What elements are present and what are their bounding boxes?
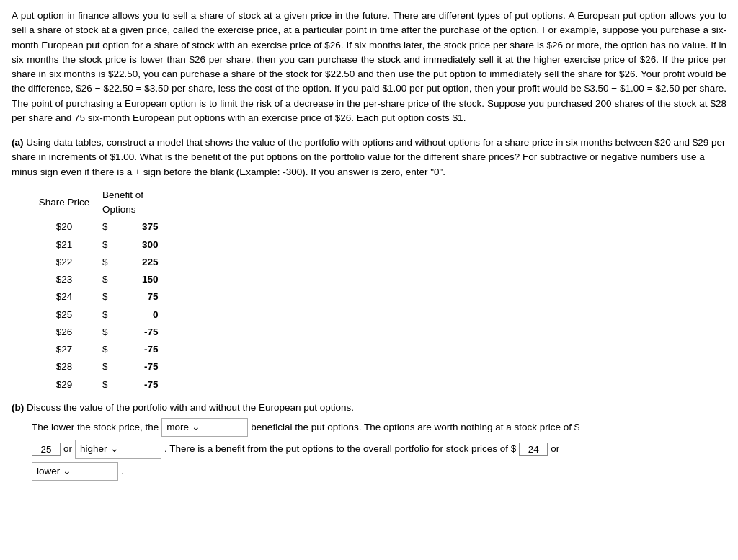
price-cell: $28 [32,358,97,375]
dollar-cell: $ [97,288,114,306]
sentence1-end: beneficial the put options. The options … [251,420,579,435]
value-cell: -75 [114,324,164,341]
sentence3-row: lower ⌄ . [32,462,726,481]
table-row: $21$300 [32,236,164,254]
value-cell: -75 [114,376,164,394]
value-cell: 75 [114,288,164,306]
dollar-cell: $ [97,376,114,394]
input1-field[interactable] [32,443,61,456]
col-header-price: Share Price [32,187,97,219]
sentence3-end: . [121,464,124,479]
section-b: (b) Discuss the value of the portfolio w… [12,401,726,415]
value-cell: 225 [114,254,164,271]
value-cell: -75 [114,341,164,358]
dollar-cell: $ [97,306,114,324]
sentence3-or: or [551,442,559,456]
dropdown3-box[interactable]: lower ⌄ [32,462,118,481]
sentence2-or: or [63,442,72,456]
value-cell: 375 [114,218,164,236]
sentence1-start: The lower the stock price, the [32,420,159,435]
dropdown1-chevron-icon: ⌄ [192,420,200,435]
section-a-text: Using data tables, construct a model tha… [12,137,726,177]
price-cell: $21 [32,236,97,254]
dropdown1-value: more [166,420,189,435]
dollar-cell: $ [97,341,114,358]
dropdown2-value: higher [80,442,107,456]
table-row: $20$375 [32,218,164,236]
sentence1-row: The lower the stock price, the more ⌄ be… [32,418,726,437]
table-row: $25$0 [32,306,164,324]
value-cell: 300 [114,236,164,254]
dollar-cell: $ [97,236,114,254]
value-cell: 0 [114,306,164,324]
col-header-benefit: Benefit of Options [97,187,164,219]
options-table-container: Share Price Benefit of Options $20$375$2… [32,187,726,394]
dropdown1-box[interactable]: more ⌄ [161,418,248,437]
dollar-cell: $ [97,358,114,375]
table-row: $27$-75 [32,341,164,358]
table-row: $22$225 [32,254,164,271]
dollar-cell: $ [97,324,114,341]
sentence2-end: . There is a benefit from the put option… [164,442,516,456]
table-row: $24$75 [32,288,164,306]
price-cell: $20 [32,218,97,236]
input2-field[interactable] [519,443,548,456]
sentence2-row: or higher ⌄ . There is a benefit from th… [32,440,726,458]
table-row: $23$150 [32,271,164,288]
price-cell: $24 [32,288,97,306]
section-a-label: (a) [12,137,24,148]
dropdown3-value: lower [37,464,60,479]
dollar-cell: $ [97,271,114,288]
value-cell: 150 [114,271,164,288]
table-row: $29$-75 [32,376,164,394]
section-a: (a) Using data tables, construct a model… [12,135,726,179]
price-cell: $27 [32,341,97,358]
price-cell: $26 [32,324,97,341]
table-row: $26$-75 [32,324,164,341]
price-cell: $29 [32,376,97,394]
intro-text: A put option in finance allows you to se… [12,10,726,123]
section-b-text: Discuss the value of the portfolio with … [27,402,354,413]
dollar-cell: $ [97,218,114,236]
options-table: Share Price Benefit of Options $20$375$2… [32,187,164,394]
dollar-cell: $ [97,254,114,271]
dropdown3-chevron-icon: ⌄ [63,464,71,479]
intro-paragraph: A put option in finance allows you to se… [12,9,726,125]
value-cell: -75 [114,358,164,375]
table-row: $28$-75 [32,358,164,375]
price-cell: $22 [32,254,97,271]
dropdown2-chevron-icon: ⌄ [110,442,119,456]
section-b-label: (b) [12,402,24,413]
price-cell: $23 [32,271,97,288]
dropdown2-box[interactable]: higher ⌄ [75,440,161,458]
price-cell: $25 [32,306,97,324]
